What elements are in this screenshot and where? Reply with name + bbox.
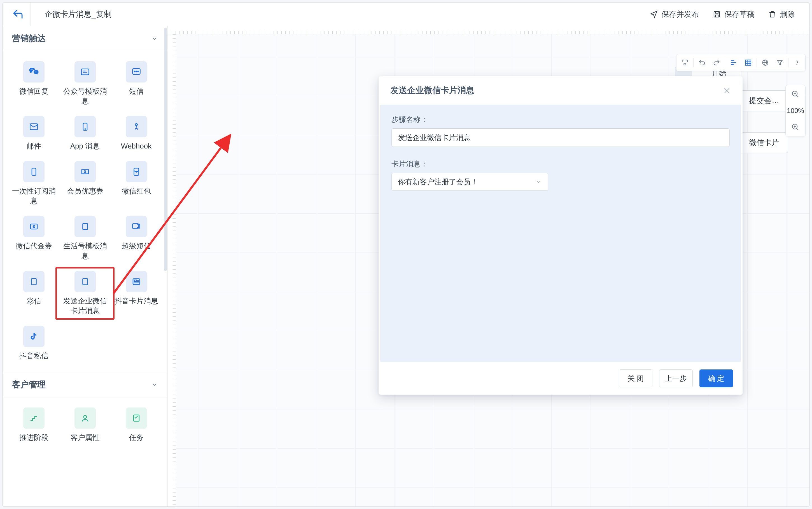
tool-grid[interactable]	[741, 57, 755, 69]
canvas-node-fragment-1[interactable]: 提交会…	[738, 90, 788, 111]
zoom-in-button[interactable]	[791, 123, 800, 131]
zoom-in-icon	[791, 123, 800, 131]
tool-fit-screen[interactable]	[678, 57, 692, 69]
publish-button[interactable]: 保存并发布	[650, 9, 699, 19]
svg-rect-23	[745, 60, 751, 65]
zoom-panel: 100%	[785, 85, 806, 137]
svg-rect-0	[714, 11, 720, 17]
tile-label-one-time-sub: 一次性订阅消息	[11, 186, 56, 206]
tile-mms[interactable]: 彩信	[8, 271, 59, 316]
svg-point-8	[85, 129, 85, 130]
cust-attr-icon	[74, 407, 96, 429]
delete-button[interactable]: 删除	[768, 9, 795, 19]
tile-label-push-stage: 推进阶段	[19, 433, 49, 442]
modal-prev-button[interactable]: 上一步	[659, 369, 693, 387]
tile-douyin-card[interactable]: 抖音卡片消息	[111, 271, 162, 316]
canvas-node-fragment-2[interactable]: 微信卡片	[738, 132, 788, 153]
tile-mp-template[interactable]: 公众号模板消息	[59, 61, 111, 106]
tool-redo[interactable]	[709, 57, 724, 69]
wechat-voucher-icon	[23, 216, 44, 237]
back-button[interactable]	[5, 2, 31, 26]
tile-label-mms: 彩信	[27, 296, 41, 306]
mms-icon	[23, 271, 44, 292]
save-draft-button[interactable]: 保存草稿	[713, 9, 755, 19]
step-name-input[interactable]	[392, 128, 730, 147]
tile-label-cust-attr: 客户属性	[70, 433, 100, 442]
douyin-dm-icon	[23, 326, 44, 347]
close-label: 关闭	[626, 374, 646, 383]
zoom-out-button[interactable]	[791, 90, 800, 98]
tile-app-message[interactable]: App 消息	[59, 116, 111, 151]
svg-rect-10	[32, 168, 36, 176]
tile-push-stage[interactable]: 推进阶段	[8, 407, 59, 442]
canvas-toolbar	[676, 54, 806, 71]
tile-douyin-dm[interactable]: 抖音私信	[8, 326, 59, 361]
tile-label-wechat-reply: 微信回复	[19, 87, 49, 96]
tool-undo[interactable]	[695, 57, 709, 69]
member-coupon-icon	[74, 161, 96, 182]
super-sms-icon	[126, 216, 147, 237]
tile-label-wecom-card: 发送企业微信卡片消息	[63, 296, 107, 316]
tool-help[interactable]	[790, 57, 804, 69]
one-time-sub-icon	[23, 161, 44, 182]
modal-close-footer-button[interactable]: 关闭	[619, 369, 652, 387]
publish-label: 保存并发布	[661, 9, 699, 19]
tile-wechat-voucher[interactable]: 微信代金券	[8, 216, 59, 261]
mp-template-icon	[74, 61, 96, 82]
chevron-down-icon	[151, 35, 158, 42]
zoom-value: 100%	[787, 107, 804, 115]
workflow-canvas[interactable]: 开始 提交会… 微信卡片	[168, 26, 810, 507]
modal-close-button[interactable]	[723, 87, 731, 95]
tile-alipay-life[interactable]: 生活号模板消息	[59, 216, 111, 261]
tile-super-sms[interactable]: 超级短信	[111, 216, 162, 261]
section-marketing-header[interactable]: 营销触达	[2, 26, 167, 51]
ruler-top	[168, 26, 810, 34]
ruler-left	[168, 34, 176, 507]
alipay-life-icon	[74, 216, 96, 237]
tool-filter[interactable]	[773, 57, 787, 69]
tile-label-wechat-redpacket: 微信红包	[122, 186, 151, 196]
tile-label-super-sms: 超级短信	[122, 241, 151, 251]
app-message-icon	[74, 116, 96, 137]
douyin-card-icon	[126, 271, 147, 292]
confirm-label: 确定	[707, 374, 726, 383]
tile-member-coupon[interactable]: 会员优惠券	[59, 161, 111, 206]
prev-label: 上一步	[665, 374, 687, 383]
tile-wecom-card[interactable]: 发送企业微信卡片消息	[59, 271, 111, 316]
step-name-label: 步骤名称	[392, 115, 730, 125]
tile-sms[interactable]: 短信	[111, 61, 162, 106]
tile-label-email: 邮件	[27, 141, 41, 151]
wechat-redpacket-icon	[126, 161, 147, 182]
svg-point-4	[136, 71, 137, 72]
push-stage-icon	[23, 407, 44, 429]
tile-label-task: 任务	[129, 433, 144, 442]
svg-point-9	[135, 124, 137, 126]
tile-cust-attr[interactable]: 客户属性	[59, 407, 111, 442]
svg-rect-16	[31, 278, 36, 285]
svg-rect-17	[83, 278, 87, 285]
tile-webhook[interactable]: Webhook	[111, 116, 162, 151]
modal-confirm-button[interactable]: 确定	[699, 369, 733, 387]
card-msg-value: 你有新客户注册了会员！	[398, 177, 478, 187]
tool-align[interactable]	[726, 57, 741, 69]
tool-globe[interactable]	[758, 57, 773, 69]
section-customer-header[interactable]: 客户管理	[2, 372, 167, 398]
task-icon	[126, 407, 147, 429]
tile-one-time-sub[interactable]: 一次性订阅消息	[8, 161, 59, 206]
top-bar: 企微卡片消息_复制 保存并发布 保存草稿 删除	[2, 2, 810, 26]
svg-rect-14	[83, 224, 87, 230]
node-frag1-label: 提交会…	[749, 96, 779, 106]
config-modal: 发送企业微信卡片消息 步骤名称 卡片消息 你有新客户注册了会员！	[379, 76, 743, 395]
tile-email[interactable]: 邮件	[8, 116, 59, 151]
tile-label-sms: 短信	[129, 87, 144, 96]
svg-point-26	[797, 64, 797, 65]
svg-rect-19	[134, 280, 136, 282]
chevron-down-icon	[151, 381, 158, 388]
tile-task[interactable]: 任务	[111, 407, 162, 442]
tile-wechat-reply[interactable]: 微信回复	[8, 61, 59, 106]
card-msg-select[interactable]: 你有新客户注册了会员！	[392, 173, 548, 191]
close-icon	[723, 87, 731, 95]
svg-rect-1	[81, 69, 89, 75]
tile-wechat-redpacket[interactable]: 微信红包	[111, 161, 162, 206]
card-msg-label: 卡片消息	[392, 159, 730, 169]
